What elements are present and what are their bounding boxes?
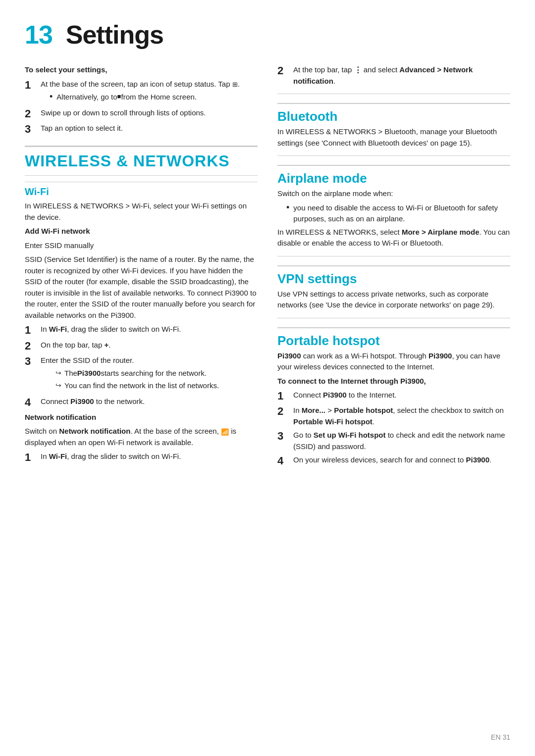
bluetooth-subtitle: Bluetooth xyxy=(277,103,510,124)
hotspot-step-3: 3 Go to Set up Wi-Fi hotspot to check an… xyxy=(277,430,510,452)
hotspot-intro: Pi3900 can work as a Wi-Fi hotspot. Thro… xyxy=(277,351,510,373)
network-notification-label: Network notification xyxy=(25,412,258,423)
setup-icon: ⊞ xyxy=(232,80,238,90)
wifi-repeat-steps: 1 In Wi-Fi, drag the slider to switch on… xyxy=(25,451,258,464)
wifi-step-1: 1 In Wi-Fi, drag the slider to switch on… xyxy=(25,324,258,337)
intro-step-1: 1 At the base of the screen, tap an icon… xyxy=(25,79,258,105)
bluetooth-section: Bluetooth In WIRELESS & NETWORKS > Bluet… xyxy=(277,103,510,149)
divider-vpn xyxy=(277,256,510,256)
divider-airplane xyxy=(277,155,510,156)
hotspot-steps: 1 Connect Pi3900 to the Internet. 2 In M… xyxy=(277,390,510,468)
wifi-repeat-step-1: 1 In Wi-Fi, drag the slider to switch on… xyxy=(25,451,258,464)
airplane-intro: Switch on the airplane mode when: xyxy=(277,188,510,200)
hotspot-step-2: 2 In More... > Portable hotspot, select … xyxy=(277,405,510,427)
intro-step-1-bullet-1: Alternatively, go to ■ from the Home scr… xyxy=(50,92,240,103)
right-column: 2 At the top bar, tap ⋮ and select Advan… xyxy=(277,64,510,471)
wifi-arrow-1: The Pi3900 starts searching for the netw… xyxy=(55,368,219,379)
airplane-bullet-1: you need to disable the access to Wi-Fi … xyxy=(286,202,510,225)
left-column: To select your settings, 1 At the base o… xyxy=(25,64,258,471)
intro-section: To select your settings, 1 At the base o… xyxy=(25,64,258,136)
vpn-section: VPN settings Use VPN settings to access … xyxy=(277,265,510,311)
hotspot-connect-label: To connect to the Internet through Pi390… xyxy=(277,376,510,387)
airplane-bullets: you need to disable the access to Wi-Fi … xyxy=(286,202,510,225)
airplane-section: Airplane mode Switch on the airplane mod… xyxy=(277,165,510,249)
page-footer: EN 31 xyxy=(491,733,510,741)
intro-steps: 1 At the base of the screen, tap an icon… xyxy=(25,79,258,136)
right-step-2: 2 At the top bar, tap ⋮ and select Advan… xyxy=(277,64,510,87)
home-icon: ■ xyxy=(117,92,121,101)
wifi-step4-list: 4 Connect Pi3900 to the network. xyxy=(25,396,258,409)
divider-hotspot xyxy=(277,318,510,318)
wifi-arrow-2: You can find the network in the list of … xyxy=(55,380,219,392)
network-notification-desc: Switch on Network notification. At the b… xyxy=(25,426,258,448)
wireless-section-title: WIRELESS & NETWORKS xyxy=(25,146,258,176)
ssid-desc: SSID (Service Set Identifier) is the nam… xyxy=(25,254,258,321)
bluetooth-desc: In WIRELESS & NETWORKS > Bluetooth, mana… xyxy=(277,126,510,149)
wifi-step-3: 3 Enter the SSID of the router. The Pi39… xyxy=(25,355,258,393)
intro-step-3: 3 Tap an option to select it. xyxy=(25,123,258,136)
hotspot-subtitle: Portable hotspot xyxy=(277,327,510,349)
divider-bluetooth xyxy=(277,94,510,94)
wifi-section: Wi-Fi In WIRELESS & NETWORKS > Wi-Fi, se… xyxy=(25,182,258,464)
airplane-subtitle: Airplane mode xyxy=(277,165,510,186)
add-wifi-label: Add Wi-Fi network xyxy=(25,226,258,237)
intro-step-2: 2 Swipe up or down to scroll through lis… xyxy=(25,107,258,120)
wifi-steps: 1 In Wi-Fi, drag the slider to switch on… xyxy=(25,324,258,393)
hotspot-step-4: 4 On your wireless devices, search for a… xyxy=(277,454,510,467)
intro-label: To select your settings, xyxy=(25,64,258,76)
wifi-step-2: 2 On the top bar, tap +. xyxy=(25,340,258,353)
right-step2-list: 2 At the top bar, tap ⋮ and select Advan… xyxy=(277,64,510,87)
wifi-subtitle: Wi-Fi xyxy=(25,182,258,198)
wifi-intro: In WIRELESS & NETWORKS > Wi-Fi, select y… xyxy=(25,201,258,223)
hotspot-section: Portable hotspot Pi3900 can work as a Wi… xyxy=(277,327,510,468)
vpn-subtitle: VPN settings xyxy=(277,265,510,287)
airplane-desc: In WIRELESS & NETWORKS, select More > Ai… xyxy=(277,227,510,249)
wifi-indicator-icon: 📶 xyxy=(221,427,229,437)
hotspot-step-1: 1 Connect Pi3900 to the Internet. xyxy=(277,390,510,403)
page-title: 13 Settings xyxy=(25,20,510,50)
enter-ssid-label: Enter SSID manually xyxy=(25,240,258,252)
wifi-step-3-arrows: The Pi3900 starts searching for the netw… xyxy=(55,368,219,392)
wifi-step-4: 4 Connect Pi3900 to the network. xyxy=(25,396,258,409)
vpn-desc: Use VPN settings to access private netwo… xyxy=(277,289,510,311)
intro-step-1-bullets: Alternatively, go to ■ from the Home scr… xyxy=(50,92,240,103)
